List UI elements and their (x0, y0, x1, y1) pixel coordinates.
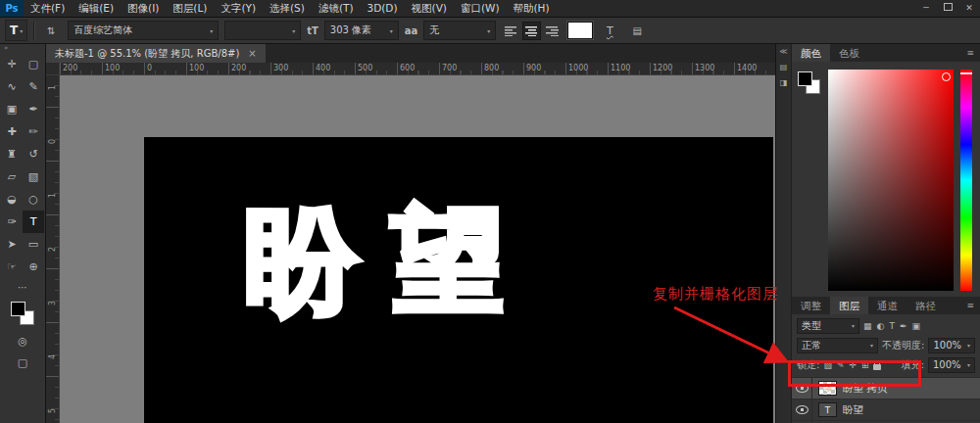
collapse-panels-icon[interactable]: ≪ (779, 47, 787, 56)
blur-tool[interactable]: ◒ (1, 188, 23, 211)
tool-preset-picker[interactable]: T ▾ (5, 20, 27, 41)
panel-menu-icon[interactable]: ≡ (966, 301, 974, 310)
menu-item[interactable]: 编辑(E) (72, 0, 121, 17)
blend-mode-row: 正常 ▾ 不透明度: 100% ▾ (797, 337, 975, 353)
tab-颜色[interactable]: 颜色 (792, 44, 830, 62)
path-select-tool[interactable]: ➤ (1, 233, 23, 256)
foreground-background-swatches[interactable] (10, 301, 35, 326)
align-center-button[interactable] (522, 22, 541, 40)
ruler-label: 1 (48, 189, 57, 202)
layer-filter-value: 类型 (802, 319, 821, 333)
collapsed-panel-icon-1[interactable]: ▤ (780, 63, 788, 71)
layer-name[interactable]: 盼望 (843, 403, 863, 417)
quick-mask-button[interactable]: ◎ (18, 335, 27, 348)
marquee-tool[interactable]: ▢ (23, 53, 44, 75)
text-color-swatch[interactable] (567, 22, 593, 39)
ruler-label: 500 (358, 64, 372, 72)
opacity-select[interactable]: 100% ▾ (928, 338, 975, 353)
tab-图层[interactable]: 图层 (830, 297, 868, 314)
font-family-select[interactable]: 百度综艺简体 ▾ (68, 21, 219, 40)
filter-pixel-layers-icon[interactable]: ▦ (863, 321, 872, 331)
collapsed-panel-icon-2[interactable]: ◨ (780, 78, 788, 87)
fill-select[interactable]: 100% ▾ (928, 357, 975, 373)
crop-tool[interactable]: ▣ (1, 98, 23, 120)
toolbar-collapse-icon[interactable]: » (0, 44, 8, 53)
chevron-down-icon: ▾ (204, 27, 213, 34)
font-style-select[interactable]: ▾ (224, 21, 301, 40)
layer-row[interactable]: T盼望 (792, 400, 980, 421)
tab-色板[interactable]: 色板 (830, 44, 868, 62)
filter-shape-layers-icon[interactable]: ✒ (900, 321, 907, 331)
vertical-ruler[interactable]: 1012345 (46, 75, 60, 423)
filter-adjustment-layers-icon[interactable]: ◐ (877, 321, 885, 331)
ruler-label: 300 (273, 64, 288, 72)
menu-item[interactable]: 图像(I) (121, 0, 166, 17)
minimize-button[interactable]: ─ (915, 0, 937, 17)
eyedropper-tool[interactable]: ✒ (23, 98, 44, 120)
menu-item[interactable]: 文件(F) (24, 0, 72, 17)
visibility-toggle[interactable] (792, 400, 812, 420)
menu-item[interactable]: 窗口(W) (454, 0, 507, 17)
hand-tool[interactable]: ☞ (1, 256, 23, 278)
menu-item[interactable]: 选择(S) (263, 0, 312, 17)
type-tool[interactable]: T (23, 211, 44, 233)
ruler-label: 400 (316, 64, 330, 72)
font-size-select[interactable]: 303 像素 ▾ (324, 21, 399, 40)
document-canvas[interactable]: 盼望 (144, 137, 773, 423)
move-tool[interactable]: ✛ (1, 53, 23, 75)
annotation-arrow (635, 284, 800, 374)
hue-slider[interactable] (960, 70, 972, 291)
brush-tool[interactable]: ✏ (23, 120, 44, 143)
restore-button[interactable] (937, 0, 958, 17)
character-panel-toggle[interactable]: ▤ (626, 22, 648, 40)
gradient-tool[interactable]: ▧ (23, 165, 44, 188)
text-orientation-toggle[interactable]: ⇅ (40, 22, 62, 40)
menu-item[interactable]: 3D(D) (360, 0, 404, 17)
warp-text-button[interactable]: T (599, 22, 620, 40)
clone-stamp-tool[interactable]: ♜ (1, 143, 23, 165)
filter-type-layers-icon[interactable]: T (889, 321, 895, 331)
screen-mode-button[interactable]: ▢ (18, 356, 27, 369)
zoom-tool[interactable]: ⊕ (23, 256, 44, 278)
menu-item[interactable]: 文字(Y) (214, 0, 263, 17)
eraser-tool[interactable]: ▱ (1, 165, 23, 188)
color-panel-header: 颜色色板≡ (792, 44, 980, 62)
layer-filter-select[interactable]: 类型 ▾ (797, 318, 859, 334)
dodge-tool[interactable]: ○ (23, 188, 44, 211)
shape-tool[interactable]: ▭ (23, 233, 44, 256)
menu-items: 文件(F)编辑(E)图像(I)图层(L)文字(Y)选择(S)滤镜(T)3D(D)… (24, 0, 557, 17)
ruler-label: 800 (484, 64, 499, 72)
pen-tool[interactable]: ✑ (1, 211, 23, 233)
quick-select-tool[interactable]: ✎ (23, 75, 44, 98)
anti-alias-select[interactable]: 无 ▾ (423, 21, 496, 40)
close-button[interactable]: ✕ (958, 0, 980, 17)
document-tab[interactable]: 未标题-1 @ 55.1% (盼望 拷贝, RGB/8#) × (46, 44, 266, 63)
foreground-color-swatch[interactable] (798, 71, 812, 86)
align-right-button[interactable] (543, 22, 562, 40)
edit-toolbar-icon[interactable]: ⋯ (18, 282, 27, 293)
lasso-tool[interactable]: ∿ (1, 75, 23, 98)
blend-mode-select[interactable]: 正常 ▾ (797, 338, 878, 353)
panel-menu-icon[interactable]: ≡ (966, 48, 974, 58)
healing-brush-tool[interactable]: ✚ (1, 120, 23, 143)
layer-thumbnail[interactable]: T (818, 402, 837, 417)
tab-路径[interactable]: 路径 (906, 297, 945, 314)
tab-通道[interactable]: 通道 (868, 297, 906, 314)
history-brush-tool[interactable]: ↺ (23, 143, 44, 165)
foreground-color-swatch[interactable] (11, 302, 25, 316)
ruler-label: 700 (442, 64, 457, 72)
opacity-value: 100% (933, 340, 961, 351)
layers-panel-group-header: 调整图层通道路径≡ (792, 297, 980, 314)
menu-item[interactable]: 视图(V) (405, 0, 454, 17)
color-panel-fgbg[interactable] (798, 70, 821, 291)
align-left-button[interactable] (502, 22, 520, 40)
menu-item[interactable]: 滤镜(T) (312, 0, 361, 17)
chevron-down-icon: ▾ (481, 27, 490, 34)
menu-item[interactable]: 图层(L) (166, 0, 214, 17)
filter-smart-objects-icon[interactable]: ▣ (911, 321, 920, 331)
horizontal-ruler[interactable]: 2001000100200300400500600700800900100011… (60, 63, 776, 75)
menu-item[interactable]: 帮助(H) (507, 0, 557, 17)
saturation-brightness-field[interactable] (828, 70, 954, 291)
tab-close-icon[interactable]: × (248, 48, 256, 59)
ruler-label: 4 (48, 351, 57, 363)
